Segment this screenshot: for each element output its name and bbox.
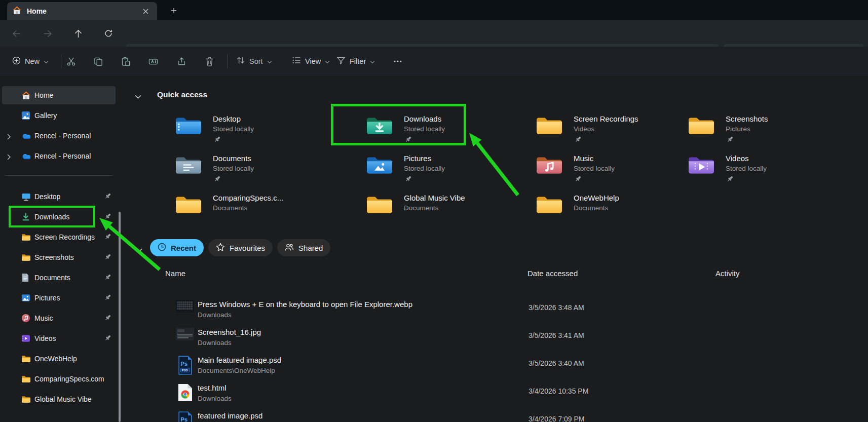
psd-icon: PsPSD	[175, 356, 195, 375]
command-toolbar: New Sort View	[0, 47, 868, 76]
pin-icon	[214, 136, 221, 145]
monitor-icon	[21, 193, 31, 201]
home-icon	[21, 91, 31, 100]
tile-subtitle: Documents	[574, 204, 619, 212]
psd-icon: PsPSD	[175, 411, 195, 422]
column-header-date-accessed[interactable]: Date accessed	[527, 269, 578, 278]
explorer-tab-home[interactable]: Home	[7, 2, 157, 20]
folder-yellow-icon	[366, 194, 393, 220]
file-location: Documents\OneWebHelp	[198, 367, 281, 374]
new-plus-icon	[12, 56, 21, 67]
tile-name: Downloads	[404, 114, 445, 123]
column-header-activity[interactable]: Activity	[715, 269, 740, 278]
file-name: featured image.psd	[198, 411, 289, 420]
quick-access-tile-music[interactable]: Music Stored locally	[536, 154, 688, 184]
file-name: test.html	[198, 383, 232, 392]
tile-subtitle: Stored locally	[404, 125, 445, 133]
file-location: Downloads	[198, 311, 412, 319]
expand-chevron-icon[interactable]	[7, 153, 11, 162]
sidebar-item-downloads[interactable]: Downloads	[2, 208, 116, 226]
sidebar-item-rencel-personal[interactable]: Rencel - Personal	[2, 147, 116, 165]
quick-access-tile-desktop[interactable]: Desktop Stored locally	[175, 114, 327, 145]
view-button[interactable]: View	[289, 54, 333, 69]
file-row[interactable]: PsPSD Main featured image.psd Documents\…	[0, 356, 868, 381]
quick-access-tile-screen-recordings[interactable]: Screen Recordings Videos	[536, 114, 688, 145]
star-icon	[216, 243, 225, 253]
sidebar-item-label: Home	[34, 91, 53, 99]
tile-subtitle: Pictures	[726, 125, 768, 133]
home-tab-icon	[12, 6, 22, 17]
quick-access-title[interactable]: Quick access	[157, 90, 207, 99]
quick-access-tile-global-music-vibe[interactable]: Global Music Vibe Documents	[366, 194, 518, 220]
sidebar-item-gallery[interactable]: Gallery	[2, 106, 116, 125]
sidebar-item-label: Documents	[34, 274, 70, 282]
sidebar-item-home[interactable]: Home	[2, 86, 116, 104]
column-header-name[interactable]: Name	[165, 269, 185, 278]
more-options-icon[interactable]	[388, 54, 408, 69]
folder-desktop-icon	[175, 114, 202, 141]
tile-name: Screen Recordings	[574, 114, 638, 123]
file-date-accessed: 3/4/2026 7:09 PM	[529, 415, 585, 422]
file-row[interactable]: Screenshot_16.jpg Downloads 3/5/2026 3:4…	[0, 328, 868, 353]
share-icon[interactable]	[171, 54, 192, 69]
sidebar-item-label: Desktop	[34, 193, 60, 201]
quick-access-collapse-icon[interactable]	[135, 92, 141, 101]
people-icon	[285, 243, 294, 253]
paste-icon[interactable]	[116, 54, 136, 69]
new-tab-button[interactable]	[167, 4, 180, 17]
sidebar-item-rencel-personal[interactable]: Rencel - Personal	[2, 127, 116, 145]
refresh-icon[interactable]	[99, 24, 118, 43]
section-tab-recent[interactable]: Recent	[150, 239, 204, 256]
file-date-accessed: 3/5/2026 3:48 AM	[529, 303, 584, 312]
quick-access-tile-screenshots[interactable]: Screenshots Pictures	[688, 114, 840, 145]
cut-icon[interactable]	[61, 54, 81, 69]
filter-button[interactable]: Filter	[333, 54, 378, 69]
sidebar-item-label: Screen Recordings	[34, 233, 95, 241]
section-tab-favourites[interactable]: Favourites	[208, 239, 273, 256]
expand-chevron-icon[interactable]	[7, 133, 11, 142]
file-row[interactable]: PsPSD featured image.psd Documents\Globa…	[0, 411, 868, 422]
tile-subtitle: Stored locally	[213, 125, 254, 133]
docfile-icon	[21, 273, 29, 282]
quick-access-tile-pictures[interactable]: Pictures Stored locally	[366, 154, 518, 184]
folder-yellow-icon	[536, 194, 563, 220]
quick-access-tile-onewebhelp[interactable]: OneWebHelp Documents	[536, 194, 688, 220]
delete-icon[interactable]	[199, 54, 219, 69]
quick-access-tile-documents[interactable]: Documents Stored locally	[175, 154, 327, 184]
sidebar-item-desktop[interactable]: Desktop	[2, 187, 116, 206]
sidebar-item-screenshots[interactable]: Screenshots	[2, 248, 116, 266]
file-row[interactable]: Press Windows + E on the keyboard to ope…	[0, 300, 868, 325]
back-icon[interactable]	[7, 24, 25, 43]
sidebar-item-label: Downloads	[34, 213, 69, 221]
recent-section-collapse-icon[interactable]	[136, 246, 142, 255]
rename-icon[interactable]	[143, 54, 163, 69]
up-icon[interactable]	[69, 24, 87, 43]
folder-downloads-icon	[366, 114, 393, 141]
tile-subtitle: Stored locally	[404, 165, 445, 172]
quick-access-tile-videos[interactable]: Videos Stored locally	[688, 154, 840, 184]
quick-access-tile-comparingspecs-c[interactable]: ComparingSpecs.c... Documents	[175, 194, 327, 220]
file-row[interactable]: test.html Downloads 3/4/2026 10:35 PM	[0, 383, 868, 409]
tile-name: OneWebHelp	[574, 194, 619, 202]
quick-access-tile-downloads[interactable]: Downloads Stored locally	[366, 114, 518, 145]
pin-icon	[727, 136, 734, 145]
sidebar-item-screen-recordings[interactable]: Screen Recordings	[2, 228, 116, 246]
pin-icon	[727, 175, 734, 184]
copy-icon[interactable]	[88, 54, 108, 69]
section-tab-shared[interactable]: Shared	[277, 239, 330, 256]
sidebar-item-label: Rencel - Personal	[34, 132, 91, 140]
folder-icon	[21, 253, 31, 261]
sidebar-item-documents[interactable]: Documents	[2, 268, 116, 287]
cloud-icon	[21, 152, 32, 160]
svg-text:Ps: Ps	[180, 416, 187, 422]
folder-yellow-icon	[536, 114, 563, 141]
sort-button[interactable]: Sort	[233, 54, 275, 69]
close-tab-icon[interactable]	[139, 5, 152, 18]
forward-icon[interactable]	[39, 24, 57, 43]
file-explorer-window: Home Home	[0, 0, 868, 422]
pin-icon	[405, 136, 412, 145]
folder-icon	[21, 233, 31, 241]
new-button[interactable]: New	[9, 54, 52, 69]
svg-text:PSD: PSD	[181, 369, 187, 372]
pin-icon	[104, 253, 111, 262]
